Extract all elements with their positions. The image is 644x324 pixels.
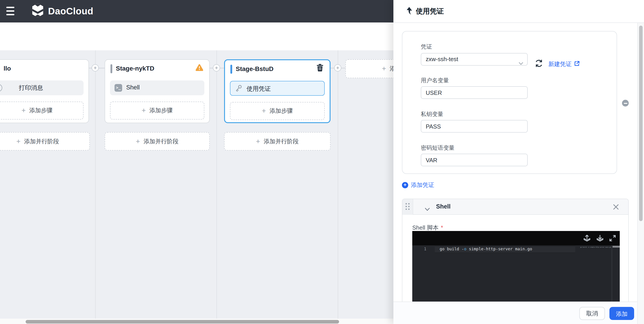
page-header: 编辑流水线: scm-webhook-pipeline-7752de76	[0, 23, 394, 50]
add-parallel-stage-button[interactable]: + 添加并行阶段	[0, 132, 90, 151]
refresh-icon[interactable]	[535, 59, 543, 67]
panel-footer: 取消 添加	[394, 301, 644, 324]
editor-toolbar	[412, 231, 620, 245]
add-step-button[interactable]: + 添加步骤	[0, 102, 84, 120]
column-divider	[338, 50, 338, 318]
insert-stage-button[interactable]: +	[213, 64, 220, 72]
shell-script-label: Shell 脚本*	[412, 224, 443, 232]
stage-name: llo	[4, 65, 11, 72]
credential-select-value: zxw-ssh-test	[426, 56, 458, 63]
shell-section-header[interactable]: Shell	[402, 199, 628, 215]
add-step-button[interactable]: + 添加步骤	[110, 102, 204, 120]
add-credential-link[interactable]: + 添加凭证	[402, 181, 434, 189]
pipeline-step-selected[interactable]: 使用凭证	[230, 81, 325, 96]
plus-icon: +	[22, 107, 26, 115]
stage-pill	[230, 65, 232, 74]
minimap: go build -o simple-http-server main.go	[580, 246, 611, 248]
add-stage-button[interactable]: + 添加阶段	[345, 59, 394, 78]
warning-icon	[195, 64, 204, 73]
pipeline-step[interactable]: 打印消息	[0, 81, 84, 95]
add-parallel-stage-button[interactable]: + 添加并行阶段	[105, 132, 210, 151]
step-label: 打印消息	[19, 84, 43, 92]
terminal-icon: >_	[114, 84, 122, 92]
stage-name: Stage-BstuD	[236, 65, 274, 72]
drag-dots-icon	[406, 203, 410, 211]
remove-credential-button[interactable]	[622, 100, 629, 107]
add-parallel-stage-button[interactable]: + 添加并行阶段	[224, 132, 330, 151]
brand-name: DaoCloud	[48, 6, 94, 17]
code-line[interactable]: go build -o simple-http-server main.go	[440, 247, 532, 251]
pipeline-canvas: + + + llo 打印消息 + 添加步骤 + 添加并行阶段 Stage-nyk…	[0, 50, 394, 318]
shell-section-title: Shell	[436, 203, 451, 210]
add-step-label: 添加步骤	[149, 107, 173, 115]
minimap-divider	[612, 245, 612, 301]
passphrase-variable-input[interactable]	[421, 154, 528, 166]
menu-icon[interactable]	[6, 6, 18, 16]
minimap-viewport[interactable]	[612, 246, 620, 248]
plus-icon: +	[262, 107, 266, 115]
line-number: 1	[424, 247, 426, 251]
username-variable-input[interactable]	[421, 86, 528, 99]
column-divider	[95, 50, 96, 318]
topbar: DaoCloud	[0, 0, 394, 23]
close-icon[interactable]	[612, 204, 619, 210]
collapse-chevron-icon[interactable]	[425, 205, 430, 213]
shell-script-editor[interactable]: 1 go build -o simple-http-server main.go…	[412, 231, 620, 301]
horizontal-scrollbar	[0, 318, 394, 324]
plus-icon: +	[136, 137, 140, 145]
vertical-scrollbar-thumb[interactable]	[639, 26, 643, 221]
username-variable-label: 用户名变量	[421, 77, 449, 85]
panel-body: 凭证 zxw-ssh-test 新建凭证	[394, 23, 644, 301]
message-icon	[0, 84, 2, 92]
app: DaoCloud 编辑流水线: scm-webhook-pipeline-775…	[0, 0, 644, 324]
download-icon[interactable]	[596, 235, 604, 242]
plus-icon: +	[382, 65, 386, 73]
add-step-button[interactable]: + 添加步骤	[230, 102, 325, 120]
cancel-button[interactable]: 取消	[579, 307, 605, 320]
key-icon	[234, 84, 243, 94]
step-label: 使用凭证	[246, 85, 271, 93]
pipeline-step[interactable]: >_ Shell	[110, 81, 204, 95]
plus-icon: +	[16, 137, 21, 145]
trash-icon[interactable]	[316, 64, 323, 73]
add-step-label: 添加步骤	[29, 107, 52, 115]
credential-label: 凭证	[421, 43, 432, 51]
required-asterisk: *	[441, 224, 443, 231]
add-parallel-label: 添加并行阶段	[144, 137, 178, 145]
column-divider	[216, 50, 217, 318]
private-key-variable-input[interactable]	[421, 120, 528, 133]
shell-section: Shell Shell 脚本*	[402, 199, 629, 301]
fullscreen-icon[interactable]	[609, 235, 616, 242]
new-credential-link[interactable]: 新建凭证	[548, 60, 580, 68]
daocloud-logo-icon	[32, 3, 44, 19]
reply-arrow-icon	[406, 6, 414, 15]
plus-icon: +	[142, 107, 146, 115]
chevron-down-icon	[519, 58, 523, 69]
stage-card-selected[interactable]: Stage-BstuD	[224, 59, 330, 123]
panel-title: 使用凭证	[416, 7, 444, 16]
insert-stage-button[interactable]: +	[92, 64, 99, 72]
add-credential-label: 添加凭证	[411, 181, 434, 189]
horizontal-scrollbar-thumb[interactable]	[26, 320, 339, 323]
add-step-label: 添加步骤	[270, 107, 293, 115]
upload-icon[interactable]	[583, 235, 590, 242]
credential-select[interactable]: zxw-ssh-test	[421, 53, 528, 66]
step-label: Shell	[126, 84, 140, 91]
submit-button[interactable]: 添加	[610, 307, 634, 320]
insert-stage-button[interactable]: +	[334, 64, 341, 72]
stage-card[interactable]: Stage-nykTD >_ Shell + 添加步骤	[105, 59, 210, 123]
panel-header: 使用凭证	[394, 0, 644, 23]
passphrase-variable-label: 密码短语变量	[421, 144, 454, 152]
brand-logo: DaoCloud	[32, 4, 94, 19]
add-parallel-label: 添加并行阶段	[24, 137, 59, 145]
add-parallel-label: 添加并行阶段	[264, 137, 299, 145]
stage-card[interactable]: llo 打印消息 + 添加步骤	[0, 59, 89, 123]
vertical-scrollbar	[637, 23, 644, 324]
external-link-icon	[574, 61, 580, 68]
credential-panel: 使用凭证 凭证 zxw-ssh-test	[394, 0, 644, 324]
stage-pill	[110, 64, 112, 73]
drag-handle[interactable]	[402, 199, 413, 215]
new-credential-label: 新建凭证	[548, 60, 572, 68]
credential-group: 凭证 zxw-ssh-test 新建凭证	[402, 31, 617, 174]
plus-circle-icon: +	[402, 182, 408, 188]
